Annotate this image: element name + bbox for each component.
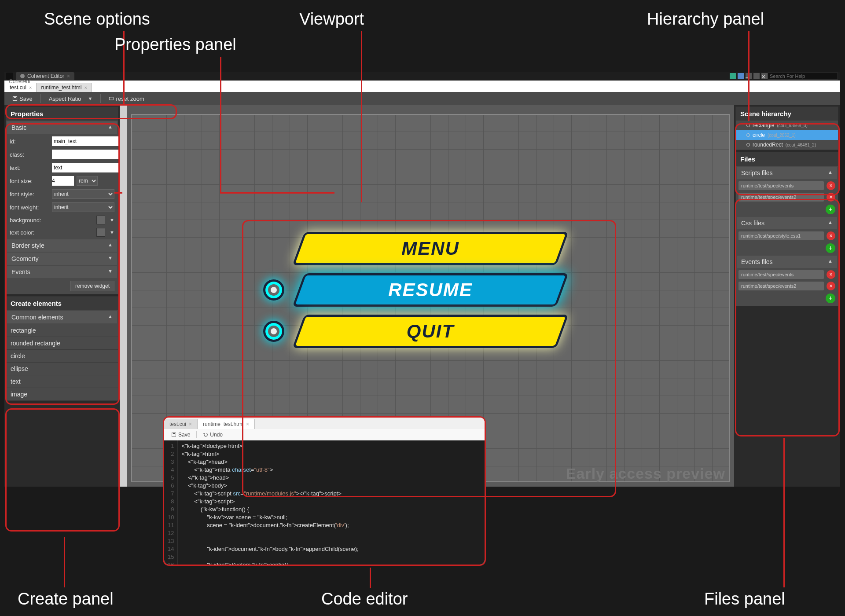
code-line[interactable]: <"k-tag">html>: [181, 450, 358, 458]
chat-icon[interactable]: [730, 73, 736, 79]
code-line[interactable]: </"k-tag">head>: [181, 474, 358, 482]
chevron-down-icon: ▼: [108, 255, 113, 262]
add-events-button[interactable]: +: [826, 293, 835, 303]
hierarchy-item[interactable]: rectangle (coui_93568_0): [736, 121, 838, 130]
file-tab-1[interactable]: test.cui×: [5, 83, 37, 92]
file-row: runtime/test/spec/style.css1×: [736, 230, 838, 242]
code-area[interactable]: 12345678910111213141516171819 <"k-tag">!…: [164, 440, 485, 565]
menu-item-quit[interactable]: QUIT: [298, 315, 562, 348]
create-item-text[interactable]: text: [6, 375, 118, 388]
file-path[interactable]: runtime/test/spec/style.css1: [738, 231, 824, 240]
item-id: (coui_46481_2): [786, 143, 816, 147]
radio-icon[interactable]: [263, 279, 284, 301]
reset-zoom-icon: [109, 96, 114, 101]
code-tab-1[interactable]: test.cui×: [164, 419, 198, 429]
properties-title: Properties: [6, 107, 118, 121]
aspect-ratio-dropdown[interactable]: Aspect Ratio ▼: [44, 94, 97, 104]
delete-file-button[interactable]: ×: [827, 193, 835, 202]
file-tab-2[interactable]: runtime_test.html×: [37, 83, 92, 92]
section-events[interactable]: Events▼: [7, 266, 117, 278]
chevron-up-icon: ▲: [108, 242, 113, 249]
code-line[interactable]: "k-ident">System."k-fn">config({: [181, 561, 358, 565]
radio-icon[interactable]: [263, 321, 284, 342]
code-save-button[interactable]: Save: [168, 430, 194, 439]
id-label: id:: [10, 138, 49, 145]
class-input[interactable]: [52, 150, 121, 159]
code-line[interactable]: <"k-tag">!doctype html>: [181, 442, 358, 450]
scripts-section[interactable]: Scripts files▲: [737, 167, 837, 179]
id-input[interactable]: [52, 136, 121, 146]
hierarchy-item[interactable]: roundedRect (coui_46481_2): [736, 140, 838, 150]
font-weight-select[interactable]: inherit: [52, 202, 114, 212]
code-line[interactable]: "k-ident">document."k-fn">body."k-fn">ap…: [181, 545, 358, 553]
file-path[interactable]: runtime/test/spec/events2: [738, 193, 824, 202]
section-basic[interactable]: Basic▲: [7, 121, 117, 134]
add-script-button[interactable]: +: [826, 205, 835, 214]
code-undo-button[interactable]: Undo: [199, 430, 226, 439]
close-window-icon[interactable]: ×: [761, 73, 768, 79]
maximize-icon[interactable]: [753, 73, 760, 79]
code-line[interactable]: scene = "k-ident">document."k-fn">create…: [181, 521, 358, 529]
chevron-down-icon: ▼: [88, 96, 93, 101]
font-size-unit-select[interactable]: rem: [77, 176, 98, 186]
create-section[interactable]: Common elements▲: [7, 311, 117, 323]
create-item-rectangle[interactable]: rectangle: [6, 324, 118, 337]
section-geometry[interactable]: Geomerty▼: [7, 253, 117, 265]
hierarchy-item[interactable]: circle (coui_2062_1): [736, 130, 838, 140]
add-css-button[interactable]: +: [826, 243, 835, 253]
menu-item-menu[interactable]: MENU: [298, 232, 562, 265]
user-icon[interactable]: [738, 73, 744, 79]
text-input[interactable]: [52, 163, 121, 172]
code-line[interactable]: <"k-tag">script>: [181, 498, 358, 506]
create-item-rounded-rectangle[interactable]: rounded rectangle: [6, 337, 118, 350]
svg-rect-1: [14, 97, 16, 98]
delete-file-button[interactable]: ×: [827, 231, 835, 240]
create-title: Create elements: [6, 297, 118, 310]
reset-zoom-button[interactable]: reset zoom: [104, 94, 148, 104]
section-label: Common elements: [11, 314, 63, 321]
save-icon: [171, 432, 176, 437]
code-line[interactable]: <"k-tag">head>: [181, 458, 358, 466]
file-path[interactable]: runtime/test/spec/events: [738, 181, 824, 190]
properties-panel: Properties Basic▲ id: class: text: font …: [6, 106, 118, 294]
code-line[interactable]: ("k-kw">function() {: [181, 506, 358, 513]
chevron-down-icon: ▼: [110, 217, 114, 223]
close-icon[interactable]: ×: [29, 85, 32, 90]
events-section[interactable]: Events files▲: [737, 256, 837, 268]
close-icon[interactable]: ×: [246, 421, 249, 427]
file-path[interactable]: runtime/test/spec/events: [738, 270, 824, 279]
css-section[interactable]: Css files▲: [737, 217, 837, 229]
code-tab-2[interactable]: runtime_test.html×: [198, 419, 255, 429]
create-item-ellipse[interactable]: ellipse: [6, 363, 118, 375]
code-line[interactable]: [181, 537, 358, 545]
file-row: runtime/test/spec/events2×: [736, 280, 838, 292]
file-path[interactable]: runtime/test/spec/events2: [738, 282, 824, 290]
text-color-swatch[interactable]: [96, 228, 105, 237]
code-line[interactable]: [181, 529, 358, 537]
close-icon[interactable]: ×: [67, 73, 70, 79]
remove-widget-button[interactable]: remove widget: [70, 281, 114, 291]
create-item-image[interactable]: image: [6, 388, 118, 401]
chevron-up-icon: ▲: [828, 169, 833, 176]
section-label: Border style: [11, 242, 44, 249]
code-line[interactable]: <"k-tag">script src="runtime/modules.js"…: [181, 490, 358, 498]
code-line[interactable]: [181, 553, 358, 561]
code-line[interactable]: <"k-tag">meta charset="utf-8">: [181, 466, 358, 474]
close-icon[interactable]: ×: [84, 85, 87, 90]
create-item-circle[interactable]: circle: [6, 350, 118, 363]
delete-file-button[interactable]: ×: [827, 282, 835, 290]
code-line[interactable]: <"k-tag">body>: [181, 482, 358, 490]
section-border[interactable]: Border style▲: [7, 239, 117, 252]
search-help-input[interactable]: [768, 73, 838, 80]
delete-file-button[interactable]: ×: [827, 270, 835, 279]
delete-file-button[interactable]: ×: [827, 181, 835, 190]
font-style-select[interactable]: inherit: [52, 189, 114, 199]
menu-item-resume[interactable]: RESUME: [298, 273, 562, 307]
font-size-input[interactable]: [52, 176, 74, 186]
code-line[interactable]: "k-kw">var scene = "k-kw">null;: [181, 513, 358, 521]
left-scrollbar[interactable]: [120, 105, 127, 487]
background-swatch[interactable]: [96, 216, 105, 224]
anno-properties-panel: Properties panel: [114, 35, 236, 54]
save-button[interactable]: Save: [8, 94, 37, 104]
close-icon[interactable]: ×: [189, 421, 192, 427]
